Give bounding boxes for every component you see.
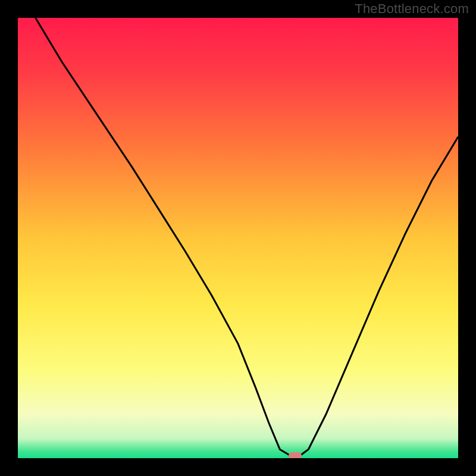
plot-svg	[18, 18, 458, 458]
gradient-background	[18, 18, 458, 458]
watermark-text: TheBottleneck.com	[355, 1, 469, 17]
chart-frame: TheBottleneck.com	[0, 0, 476, 476]
optimal-point-marker	[289, 452, 302, 458]
plot-area	[18, 18, 458, 458]
